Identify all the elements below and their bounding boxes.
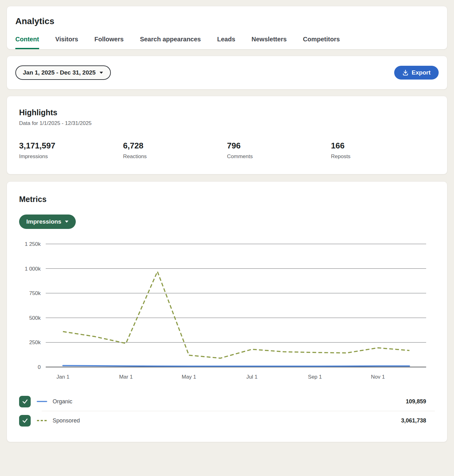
export-button[interactable]: Export — [394, 66, 439, 80]
legend-row-organic: Organic 109,859 — [19, 392, 435, 411]
legend-value-sponsored: 3,061,738 — [401, 417, 435, 424]
export-label: Export — [412, 69, 431, 76]
tab-visitors[interactable]: Visitors — [55, 36, 78, 49]
tab-leads[interactable]: Leads — [217, 36, 235, 49]
date-range-label: Jan 1, 2025 - Dec 31, 2025 — [23, 69, 95, 76]
highlights-card: Highlights Data for 1/1/2025 - 12/31/202… — [7, 96, 447, 174]
organic-checkbox[interactable] — [19, 396, 31, 407]
organic-line-sample-icon — [37, 400, 47, 403]
metrics-card: Metrics Impressions 0250k500k750k1 000k1… — [7, 181, 447, 442]
tab-competitors[interactable]: Competitors — [303, 36, 340, 49]
highlights-stats: 3,171,597 Impressions 6,728 Reactions 79… — [19, 141, 435, 160]
svg-text:Jul 1: Jul 1 — [246, 374, 258, 380]
impressions-chart-container: 0250k500k750k1 000k1 250kJan 1Mar 1May 1… — [19, 238, 435, 385]
sponsored-checkbox[interactable] — [19, 415, 31, 427]
download-icon — [402, 70, 409, 76]
stat-impressions: 3,171,597 Impressions — [19, 141, 123, 160]
svg-text:Mar 1: Mar 1 — [119, 374, 132, 380]
stat-value: 6,728 — [123, 141, 227, 151]
highlights-title: Highlights — [19, 108, 435, 117]
tab-newsletters[interactable]: Newsletters — [251, 36, 286, 49]
toolbar-card: Jan 1, 2025 - Dec 31, 2025 Export — [7, 56, 447, 90]
stat-label: Reactions — [123, 153, 227, 160]
caret-down-icon — [99, 71, 103, 74]
stat-label: Reposts — [331, 153, 435, 160]
tab-followers[interactable]: Followers — [95, 36, 124, 49]
highlights-subtitle: Data for 1/1/2025 - 12/31/2025 — [19, 120, 435, 127]
stat-value: 166 — [331, 141, 435, 151]
svg-text:1 000k: 1 000k — [25, 266, 41, 272]
sponsored-line-sample-icon — [37, 419, 47, 422]
svg-text:500k: 500k — [29, 315, 41, 321]
svg-text:Nov 1: Nov 1 — [371, 374, 385, 380]
metric-selector-dropdown[interactable]: Impressions — [19, 215, 76, 229]
check-icon — [22, 398, 28, 405]
legend-label-organic: Organic — [53, 398, 72, 405]
check-icon — [22, 417, 28, 424]
page-title: Analytics — [7, 16, 447, 26]
caret-down-icon — [65, 220, 69, 223]
stat-value: 3,171,597 — [19, 141, 123, 151]
svg-text:1 250k: 1 250k — [25, 241, 41, 247]
tab-bar: Content Visitors Followers Search appear… — [7, 36, 447, 49]
svg-text:Sep 1: Sep 1 — [308, 374, 322, 380]
legend-row-sponsored: Sponsored 3,061,738 — [19, 411, 435, 430]
svg-text:250k: 250k — [29, 339, 41, 345]
analytics-header-card: Analytics Content Visitors Followers Sea… — [7, 6, 447, 49]
stat-comments: 796 Comments — [227, 141, 331, 160]
stat-label: Comments — [227, 153, 331, 160]
svg-text:0: 0 — [38, 364, 41, 370]
stat-reposts: 166 Reposts — [331, 141, 435, 160]
impressions-line-chart: 0250k500k750k1 000k1 250kJan 1Mar 1May 1… — [19, 238, 435, 383]
stat-value: 796 — [227, 141, 331, 151]
tab-content[interactable]: Content — [15, 36, 39, 49]
metrics-title: Metrics — [19, 195, 435, 204]
stat-label: Impressions — [19, 153, 123, 160]
metric-selector-label: Impressions — [26, 218, 61, 225]
legend-value-organic: 109,859 — [406, 398, 435, 405]
stat-reactions: 6,728 Reactions — [123, 141, 227, 160]
chart-legend: Organic 109,859 Sponsored 3,061,738 — [19, 392, 435, 430]
svg-text:Jan 1: Jan 1 — [56, 374, 70, 380]
date-range-picker[interactable]: Jan 1, 2025 - Dec 31, 2025 — [15, 65, 111, 80]
svg-text:May 1: May 1 — [182, 374, 196, 380]
legend-label-sponsored: Sponsored — [53, 417, 80, 424]
tab-search-appearances[interactable]: Search appearances — [140, 36, 201, 49]
svg-text:750k: 750k — [29, 290, 41, 296]
